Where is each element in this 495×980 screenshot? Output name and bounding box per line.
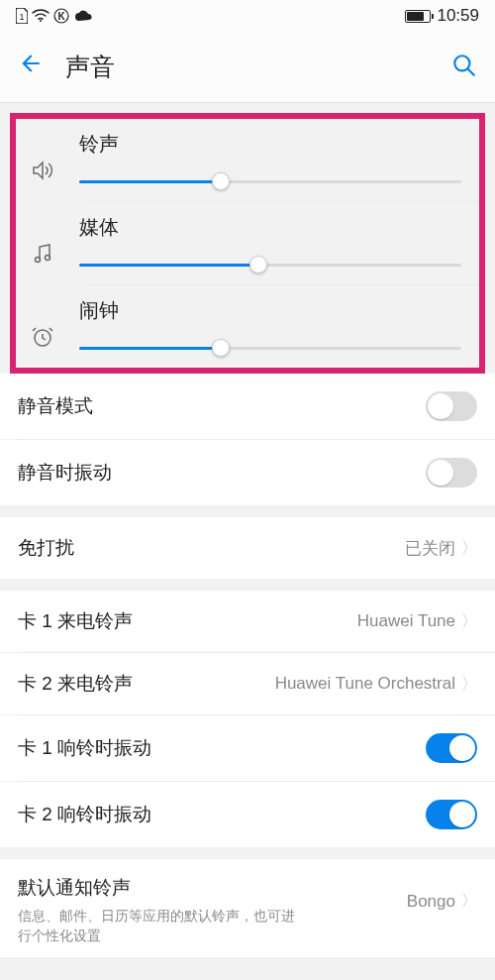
dnd-row[interactable]: 免打扰 已关闭 〉 (0, 517, 495, 579)
svg-text:K: K (57, 11, 65, 22)
default-notification-value: Bongo (407, 892, 455, 912)
sim1-ringtone-label: 卡 1 来电铃声 (18, 608, 133, 634)
alarm-slider-label: 闹钟 (79, 297, 461, 324)
alarm-slider-row: 闹钟 (16, 285, 479, 368)
status-right: 10:59 (405, 6, 479, 26)
default-notification-desc: 信息、邮件、日历等应用的默认铃声，也可进行个性化设置 (18, 907, 295, 945)
sim1-vibrate-toggle[interactable] (426, 733, 477, 763)
chevron-right-icon: 〉 (461, 891, 477, 912)
status-time: 10:59 (437, 6, 479, 26)
media-slider-row: 媒体 (16, 202, 479, 284)
media-slider-label: 媒体 (79, 214, 461, 241)
default-notification-label: 默认通知铃声 (18, 875, 295, 901)
sim1-ringtone-value: Huawei Tune (357, 611, 455, 631)
battery-icon (405, 10, 431, 23)
sim2-ringtone-label: 卡 2 来电铃声 (18, 671, 133, 697)
sim-icon: 1 (16, 8, 28, 24)
volume-sliders-highlight: 铃声 媒体 闹钟 (10, 113, 485, 374)
media-slider[interactable] (79, 255, 461, 274)
search-button[interactable] (451, 53, 477, 82)
sim1-ringtone-row[interactable]: 卡 1 来电铃声 Huawei Tune 〉 (0, 591, 495, 652)
media-icon (26, 242, 59, 266)
vibrate-silent-toggle[interactable] (426, 458, 477, 488)
ringtone-icon (26, 159, 59, 182)
sim2-vibrate-toggle[interactable] (426, 800, 477, 829)
letter-k-icon: K (53, 8, 69, 24)
sim2-ringtone-value: Huawei Tune Orchestral (275, 674, 455, 694)
dnd-label: 免打扰 (18, 535, 74, 561)
header: 声音 (0, 32, 495, 103)
sim1-vibrate-row[interactable]: 卡 1 响铃时振动 (0, 715, 495, 781)
dnd-value: 已关闭 (405, 537, 455, 560)
svg-point-1 (40, 20, 42, 22)
status-bar: 1 K 10:59 (0, 0, 495, 32)
silent-mode-row[interactable]: 静音模式 (0, 374, 495, 439)
cloud-icon (73, 9, 93, 23)
back-button[interactable] (18, 51, 44, 83)
wifi-icon (32, 9, 50, 23)
ringtone-slider-label: 铃声 (79, 131, 461, 158)
default-notification-row[interactable]: 默认通知铃声 信息、邮件、日历等应用的默认铃声，也可进行个性化设置 Bongo … (0, 859, 495, 957)
sim2-vibrate-row[interactable]: 卡 2 响铃时振动 (0, 782, 495, 847)
vibrate-silent-row[interactable]: 静音时振动 (0, 440, 495, 505)
silent-mode-toggle[interactable] (426, 391, 477, 421)
svg-text:1: 1 (19, 12, 24, 22)
sim2-ringtone-row[interactable]: 卡 2 来电铃声 Huawei Tune Orchestral 〉 (0, 653, 495, 714)
alarm-slider[interactable] (79, 338, 461, 358)
chevron-right-icon: 〉 (461, 674, 477, 695)
status-left: 1 K (16, 8, 93, 24)
ringtone-slider-row: 铃声 (16, 119, 479, 201)
sim2-vibrate-label: 卡 2 响铃时振动 (18, 802, 151, 827)
sim1-vibrate-label: 卡 1 响铃时振动 (18, 735, 151, 761)
chevron-right-icon: 〉 (461, 538, 477, 559)
svg-point-5 (36, 258, 41, 263)
chevron-right-icon: 〉 (461, 611, 477, 632)
ringtone-slider[interactable] (79, 171, 461, 191)
vibrate-silent-label: 静音时振动 (18, 460, 112, 486)
alarm-icon (26, 325, 59, 349)
silent-mode-label: 静音模式 (18, 393, 93, 419)
page-title: 声音 (65, 51, 451, 83)
svg-point-6 (46, 256, 50, 261)
